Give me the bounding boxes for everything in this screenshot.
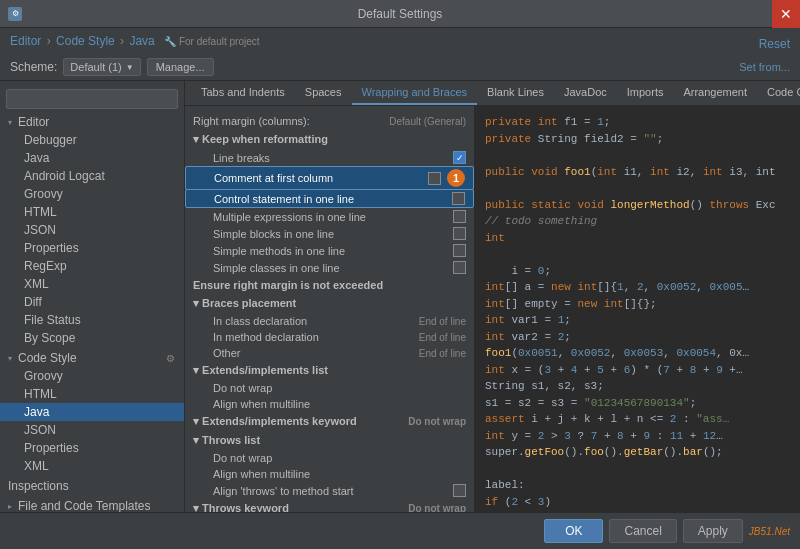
code-line: s1 = s2 = s3 = "01234567890134";: [485, 395, 790, 412]
set-from-link[interactable]: Set from...: [739, 61, 790, 73]
sidebar-item-xml[interactable]: XML: [0, 275, 184, 293]
code-style-label: Code Style: [18, 351, 77, 365]
braces-placement-header: ▾ Braces placement: [185, 294, 474, 313]
ok-button[interactable]: OK: [544, 519, 603, 543]
comment-first-col-checkbox[interactable]: [428, 172, 441, 185]
code-panel: private int f1 = 1; private String field…: [475, 106, 800, 512]
simple-classes-item[interactable]: Simple classes in one line: [185, 259, 474, 276]
search-row: [0, 85, 184, 113]
sidebar-item-json[interactable]: JSON: [0, 221, 184, 239]
in-class-decl-item[interactable]: In class declaration End of line: [185, 313, 474, 329]
tab-javadoc[interactable]: JavaDoc: [554, 81, 617, 105]
tab-wrapping-braces[interactable]: Wrapping and Braces: [352, 81, 478, 105]
code-line: super.getFoo().foo().getBar().bar();: [485, 444, 790, 461]
scheme-row: Scheme: Default (1) ▼ Manage...: [10, 58, 214, 76]
app-icon: ⚙: [8, 7, 22, 21]
throws-align-to-method-checkbox[interactable]: [453, 484, 466, 497]
sidebar-item-xml2[interactable]: XML: [0, 457, 184, 475]
multiple-expressions-checkbox[interactable]: [453, 210, 466, 223]
comment-first-col-item[interactable]: Comment at first column 1: [185, 166, 474, 190]
code-line: public void foo1(int i1, int i2, int i3,…: [485, 164, 790, 181]
sidebar-item-html2[interactable]: HTML: [0, 385, 184, 403]
sidebar-item-java[interactable]: Java: [0, 149, 184, 167]
tab-arrangement[interactable]: Arrangement: [673, 81, 757, 105]
in-method-decl-item[interactable]: In method declaration End of line: [185, 329, 474, 345]
control-one-line-label: Control statement in one line: [214, 193, 354, 205]
tab-tabs-indents[interactable]: Tabs and Indents: [191, 81, 295, 105]
sidebar-file-code-templates[interactable]: ▸ File and Code Templates: [0, 497, 184, 512]
sidebar-item-properties2[interactable]: Properties: [0, 439, 184, 457]
sidebar-item-regexp[interactable]: RegExp: [0, 257, 184, 275]
sidebar-item-groovy[interactable]: Groovy: [0, 185, 184, 203]
sidebar-item-debugger[interactable]: Debugger: [0, 131, 184, 149]
code-line: int[] a = new int[]{1, 2, 0x0052, 0x005…: [485, 279, 790, 296]
code-style-gear-icon: ⚙: [164, 352, 176, 364]
multiple-expressions-item[interactable]: Multiple expressions in one line: [185, 208, 474, 225]
tab-blank-lines[interactable]: Blank Lines: [477, 81, 554, 105]
control-one-line-checkbox[interactable]: [452, 192, 465, 205]
sidebar-item-html[interactable]: HTML: [0, 203, 184, 221]
code-line: // todo something: [485, 213, 790, 230]
code-line: private int f1 = 1;: [485, 114, 790, 131]
sidebar-code-style-section[interactable]: ▾ Code Style ⚙: [0, 349, 184, 367]
line-breaks-checkbox[interactable]: ✓: [453, 151, 466, 164]
throws-align-multiline[interactable]: Align when multiline: [185, 466, 474, 482]
simple-classes-checkbox[interactable]: [453, 261, 466, 274]
breadcrumb-codestyle[interactable]: Code Style: [56, 34, 115, 48]
other-brace-item[interactable]: Other End of line: [185, 345, 474, 361]
manage-button[interactable]: Manage...: [147, 58, 214, 76]
dialog-title: Default Settings: [358, 7, 443, 21]
code-line: if (2 < 3): [485, 494, 790, 511]
ext-align-multiline[interactable]: Align when multiline: [185, 396, 474, 412]
sidebar-item-properties[interactable]: Properties: [0, 239, 184, 257]
code-line: foo1(0x0051, 0x0052, 0x0053, 0x0054, 0x…: [485, 345, 790, 362]
code-line: int[] empty = new int[]{};: [485, 296, 790, 313]
file-code-templates-label: File and Code Templates: [18, 499, 151, 512]
keep-reformatting-header: ▾ Keep when reformatting: [185, 130, 474, 149]
sidebar-item-android-logcat[interactable]: Android Logcat: [0, 167, 184, 185]
throws-align-to-method[interactable]: Align 'throws' to method start: [185, 482, 474, 499]
simple-methods-item[interactable]: Simple methods in one line: [185, 242, 474, 259]
right-margin-label: Right margin (columns):: [193, 115, 310, 127]
breadcrumb-editor[interactable]: Editor: [10, 34, 41, 48]
apply-button[interactable]: Apply: [683, 519, 743, 543]
close-button[interactable]: ✕: [772, 0, 800, 28]
keep-reformatting-label: ▾ Keep when reformatting: [193, 133, 328, 146]
throws-do-not-wrap[interactable]: Do not wrap: [185, 450, 474, 466]
tab-imports[interactable]: Imports: [617, 81, 674, 105]
breadcrumb-project: 🔧 For default project: [164, 36, 259, 47]
sidebar-item-java2-selected[interactable]: Java: [0, 403, 184, 421]
throws-keyword-header: ▾ Throws keyword Do not wrap: [185, 499, 474, 512]
breadcrumb-java[interactable]: Java: [129, 34, 154, 48]
simple-methods-checkbox[interactable]: [453, 244, 466, 257]
code-line: int: [485, 230, 790, 247]
extends-keyword-label: ▾ Extends/implements keyword: [193, 415, 357, 428]
cancel-button[interactable]: Cancel: [609, 519, 676, 543]
code-line: [485, 147, 790, 164]
code-line: private String field2 = "";: [485, 131, 790, 148]
search-input[interactable]: [6, 89, 178, 109]
sidebar-item-diff[interactable]: Diff: [0, 293, 184, 311]
scheme-label: Scheme:: [10, 60, 57, 74]
sidebar-item-groovy2[interactable]: Groovy: [0, 367, 184, 385]
tab-spaces[interactable]: Spaces: [295, 81, 352, 105]
sidebar-item-json2[interactable]: JSON: [0, 421, 184, 439]
code-line: String s1, s2, s3;: [485, 378, 790, 395]
sidebar-item-editor[interactable]: ▾ Editor: [0, 113, 184, 131]
sidebar-inspections[interactable]: Inspections: [0, 477, 184, 495]
sidebar-item-by-scope[interactable]: By Scope: [0, 329, 184, 347]
code-line: assert i + j + k + l + n <= 2 : "ass…: [485, 411, 790, 428]
simple-blocks-item[interactable]: Simple blocks in one line: [185, 225, 474, 242]
tab-code-generation[interactable]: Code Generation: [757, 81, 800, 105]
line-breaks-item[interactable]: Line breaks ✓: [185, 149, 474, 166]
simple-classes-label: Simple classes in one line: [213, 262, 340, 274]
sidebar-item-file-status[interactable]: File Status: [0, 311, 184, 329]
control-one-line-item[interactable]: Control statement in one line: [185, 189, 474, 208]
simple-blocks-checkbox[interactable]: [453, 227, 466, 240]
ext-do-not-wrap[interactable]: Do not wrap: [185, 380, 474, 396]
bottom-bar: OK Cancel Apply JB51.Net: [0, 512, 800, 549]
code-style-expand-icon: ▾: [8, 354, 12, 363]
editor-expand-icon: ▾: [8, 118, 12, 127]
reset-link[interactable]: Reset: [759, 37, 790, 51]
scheme-select[interactable]: Default (1) ▼: [63, 58, 140, 76]
